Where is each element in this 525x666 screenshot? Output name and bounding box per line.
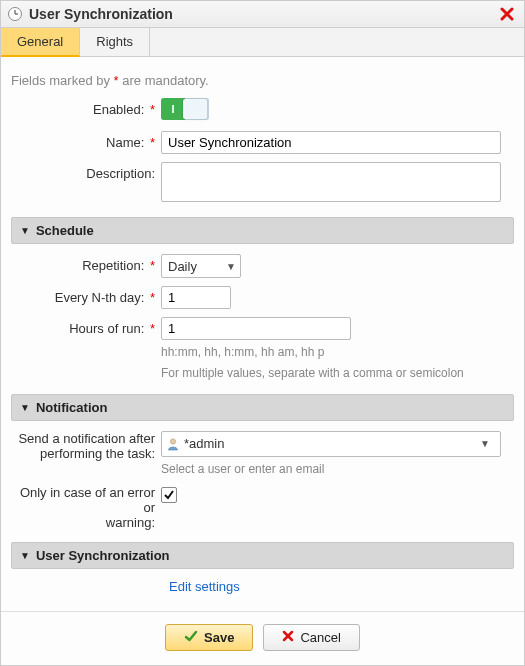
only-error-checkbox[interactable]: [161, 487, 177, 503]
label-enabled: Enabled: *: [11, 98, 161, 117]
label-only-error-2: warning:: [11, 515, 155, 530]
section-notification[interactable]: ▼ Notification: [11, 394, 514, 421]
req-name: *: [150, 135, 155, 150]
label-description: Description:: [11, 162, 161, 181]
section-schedule[interactable]: ▼ Schedule: [11, 217, 514, 244]
label-only-error-1: Only in case of an error or: [11, 485, 155, 515]
req-repetition: *: [150, 258, 155, 273]
req-enabled: *: [150, 102, 155, 117]
notification-user-combo[interactable]: *admin ▼: [161, 431, 501, 457]
chevron-down-icon: ▼: [226, 261, 236, 272]
toggle-on-label: I: [161, 98, 185, 120]
user-icon: [166, 437, 180, 451]
label-enabled-text: Enabled:: [93, 102, 144, 117]
enabled-toggle[interactable]: I: [161, 98, 209, 120]
description-input[interactable]: [161, 162, 501, 202]
row-send-notification: Send a notification after performing the…: [11, 431, 514, 478]
check-icon: [163, 489, 175, 501]
check-icon: [184, 629, 198, 646]
caret-icon: ▼: [20, 402, 30, 413]
hours-input[interactable]: [161, 317, 351, 340]
label-name-text: Name:: [106, 135, 144, 150]
notification-user-value: *admin: [184, 436, 224, 451]
label-send-notif-1: Send a notification after: [11, 431, 155, 446]
req-hours: *: [150, 321, 155, 336]
label-repetition-text: Repetition:: [82, 258, 144, 273]
section-schedule-title: Schedule: [36, 223, 94, 238]
section-user-sync[interactable]: ▼ User Synchronization: [11, 542, 514, 569]
row-edit-settings: Edit settings: [169, 579, 514, 594]
save-button[interactable]: Save: [165, 624, 253, 651]
tab-bar: General Rights: [1, 28, 524, 57]
row-every-nth: Every N-th day: *: [11, 286, 514, 309]
toggle-knob: [183, 99, 207, 119]
cancel-button-label: Cancel: [300, 630, 340, 645]
row-hours: Hours of run: * hh:mm, hh, h:mm, hh am, …: [11, 317, 514, 382]
chevron-down-icon[interactable]: ▼: [476, 438, 494, 449]
edit-settings-link[interactable]: Edit settings: [169, 579, 240, 594]
mandatory-hint: Fields marked by * are mandatory.: [11, 73, 514, 88]
label-hours-text: Hours of run:: [69, 321, 144, 336]
hours-hint1: hh:mm, hh, h:mm, hh am, hh p: [161, 344, 514, 361]
section-notification-title: Notification: [36, 400, 108, 415]
name-input[interactable]: [161, 131, 501, 154]
notification-hint: Select a user or enter an email: [161, 461, 514, 478]
hours-hint2: For multiple values, separate with a com…: [161, 365, 514, 382]
cancel-button[interactable]: Cancel: [263, 624, 359, 651]
row-name: Name: *: [11, 131, 514, 154]
row-description: Description:: [11, 162, 514, 205]
repetition-select[interactable]: Daily ▼: [161, 254, 241, 278]
caret-icon: ▼: [20, 550, 30, 561]
dialog-body: Fields marked by * are mandatory. Enable…: [1, 57, 524, 611]
button-bar: Save Cancel: [1, 611, 524, 665]
clock-icon: [7, 6, 23, 22]
label-name: Name: *: [11, 131, 161, 150]
row-repetition: Repetition: * Daily ▼: [11, 254, 514, 278]
label-every-nth: Every N-th day: *: [11, 286, 161, 305]
label-send-notif-2: performing the task:: [11, 446, 155, 461]
dialog-title: User Synchronization: [29, 6, 498, 22]
svg-point-5: [170, 438, 175, 443]
row-enabled: Enabled: * I: [11, 98, 514, 123]
label-send-notification: Send a notification after performing the…: [11, 431, 161, 461]
save-button-label: Save: [204, 630, 234, 645]
mandatory-hint-post: are mandatory.: [119, 73, 209, 88]
caret-icon: ▼: [20, 225, 30, 236]
label-repetition: Repetition: *: [11, 254, 161, 273]
label-description-text: Description:: [86, 166, 155, 181]
section-usersync-title: User Synchronization: [36, 548, 170, 563]
repetition-value: Daily: [168, 259, 197, 274]
close-button[interactable]: [498, 5, 516, 23]
label-hours: Hours of run: *: [11, 317, 161, 336]
req-every-nth: *: [150, 290, 155, 305]
mandatory-hint-pre: Fields marked by: [11, 73, 114, 88]
row-only-error: Only in case of an error or warning:: [11, 485, 514, 530]
label-every-nth-text: Every N-th day:: [55, 290, 145, 305]
title-bar: User Synchronization: [1, 1, 524, 28]
tab-rights[interactable]: Rights: [80, 28, 150, 56]
tab-general[interactable]: General: [1, 28, 80, 57]
label-only-error: Only in case of an error or warning:: [11, 485, 161, 530]
every-nth-input[interactable]: [161, 286, 231, 309]
close-icon: [282, 630, 294, 645]
